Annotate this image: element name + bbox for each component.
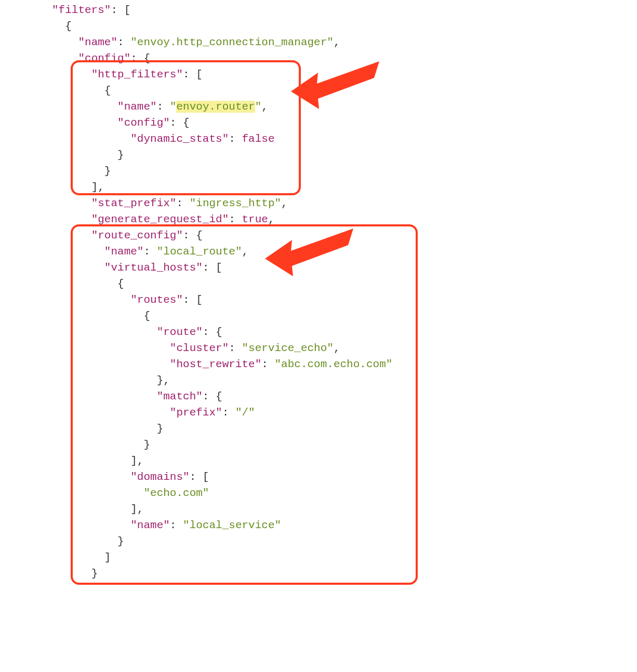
key-name: "name" — [104, 246, 144, 258]
key-generate-request-id: "generate_request_id" — [91, 213, 229, 225]
json-code: "filters": [ { "name": "envoy.http_conne… — [52, 2, 392, 582]
val-local-service: "local_service" — [183, 519, 281, 531]
key-filters: "filters" — [52, 4, 111, 16]
key-name: "name" — [117, 101, 157, 113]
key-name: "name" — [78, 36, 117, 48]
key-config: "config" — [78, 52, 130, 64]
key-stat-prefix: "stat_prefix" — [91, 197, 177, 209]
key-virtual-hosts: "virtual_hosts" — [104, 262, 203, 274]
val-echo: "echo.com" — [143, 487, 209, 499]
key-http-filters: "http_filters" — [91, 69, 183, 80]
val-host-rewrite: "abc.com.echo.com" — [275, 358, 393, 370]
key-host-rewrite: "host_rewrite" — [170, 358, 261, 370]
key-cluster: "cluster" — [170, 342, 229, 354]
key-name: "name" — [130, 519, 170, 531]
val-service-echo: "service_echo" — [242, 342, 333, 354]
key-domains: "domains" — [130, 471, 189, 483]
key-route-config: "route_config" — [91, 230, 183, 241]
key-routes: "routes" — [130, 294, 183, 306]
key-dynamic-stats: "dynamic_stats" — [130, 133, 229, 145]
val-true: true — [242, 213, 268, 225]
key-match: "match" — [157, 391, 203, 402]
key-route: "route" — [157, 326, 203, 338]
key-config: "config" — [117, 117, 170, 129]
val-envoy-http: "envoy.http_connection_manager" — [130, 36, 334, 48]
val-false: false — [242, 133, 274, 145]
val-local-route: "local_route" — [157, 246, 242, 258]
key-prefix: "prefix" — [170, 407, 222, 419]
val-slash: "/" — [235, 407, 255, 419]
val-envoy-router: envoy.router — [176, 101, 255, 113]
val-ingress: "ingress_http" — [190, 197, 281, 209]
